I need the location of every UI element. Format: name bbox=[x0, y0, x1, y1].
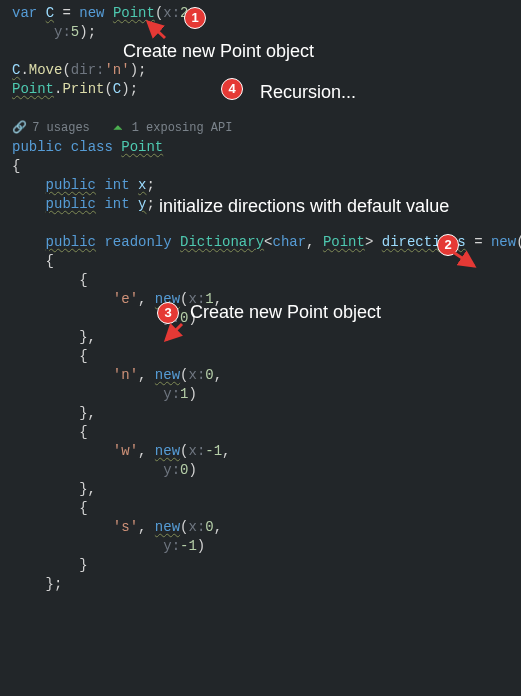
code-line-5: Point.Print(C); bbox=[12, 81, 138, 97]
link-icon: 🔗 bbox=[12, 119, 25, 138]
dict-entry-w: { 'w', new(x:-1, y:0) }, bbox=[12, 424, 231, 497]
code-line-4: C.Move(dir:'n'); bbox=[12, 62, 146, 78]
code-line-class: public class Point bbox=[12, 139, 163, 155]
code-hint-row: 🔗 7 usages ⏶ 1 exposing API bbox=[12, 121, 232, 135]
dict-entry-s: { 's', new(x:0, y:-1) } bbox=[12, 500, 222, 573]
hierarchy-icon: ⏶ bbox=[111, 119, 124, 138]
code-line-directions: public readonly Dictionary<char, Point> … bbox=[12, 234, 521, 250]
code-editor[interactable]: var C = new Point(x:2, y:5); C.Move(dir:… bbox=[0, 0, 521, 594]
code-line-2: y:5); bbox=[12, 24, 96, 40]
code-line-field-x: public int x; bbox=[12, 177, 155, 193]
code-line-1: var C = new Point(x:2, bbox=[12, 5, 197, 21]
dict-entry-e: { 'e', new(x:1, y:0) }, bbox=[12, 272, 222, 345]
dict-entry-n: { 'n', new(x:0, y:1) }, bbox=[12, 348, 222, 421]
code-line-field-y: public int y; bbox=[12, 196, 155, 212]
